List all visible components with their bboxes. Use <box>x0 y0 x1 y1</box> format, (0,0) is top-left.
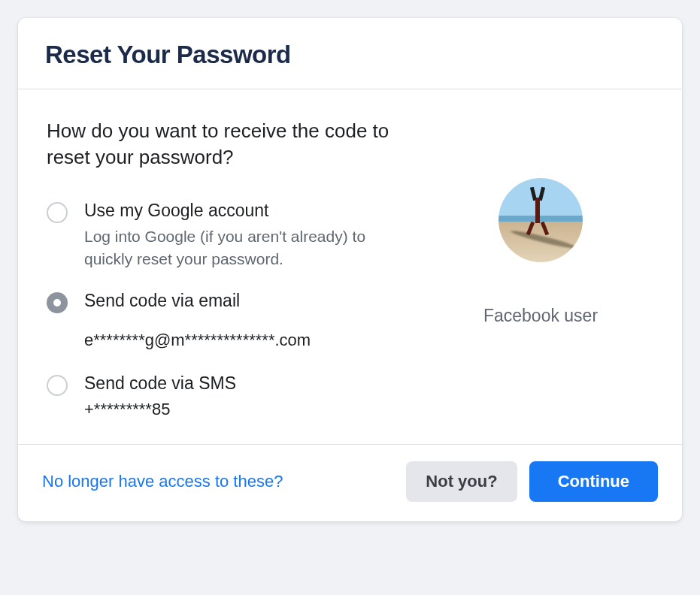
option-sms-title: Send code via SMS <box>84 373 236 394</box>
user-column: Facebook user <box>428 118 653 421</box>
radio-google[interactable] <box>47 202 68 223</box>
option-sms-number: +*********85 <box>84 398 236 421</box>
options-column: How do you want to receive the code to r… <box>47 118 428 421</box>
option-email[interactable]: Send code via email e********g@m********… <box>47 291 428 352</box>
page-title: Reset Your Password <box>45 41 655 69</box>
no-access-link[interactable]: No longer have access to these? <box>42 472 283 491</box>
option-email-text: Send code via email e********g@m********… <box>84 291 311 352</box>
option-google-subtitle: Log into Google (if you aren't already) … <box>84 225 408 270</box>
card-body: How do you want to receive the code to r… <box>18 89 682 445</box>
option-email-title: Send code via email <box>84 291 311 311</box>
user-label: Facebook user <box>483 306 598 326</box>
option-email-address: e********g@m**************.com <box>84 329 311 352</box>
option-sms-text: Send code via SMS +*********85 <box>84 373 236 421</box>
option-google-text: Use my Google account Log into Google (i… <box>84 201 408 270</box>
not-you-button[interactable]: Not you? <box>406 461 517 502</box>
continue-button[interactable]: Continue <box>529 461 658 502</box>
option-google[interactable]: Use my Google account Log into Google (i… <box>47 201 428 270</box>
card-header: Reset Your Password <box>18 18 682 89</box>
reset-password-card: Reset Your Password How do you want to r… <box>18 18 682 521</box>
radio-sms[interactable] <box>47 375 68 396</box>
option-sms[interactable]: Send code via SMS +*********85 <box>47 373 428 421</box>
prompt-text: How do you want to receive the code to r… <box>47 118 428 171</box>
card-footer: No longer have access to these? Not you?… <box>18 445 682 521</box>
options-list: Use my Google account Log into Google (i… <box>47 201 428 421</box>
radio-email[interactable] <box>47 292 68 313</box>
avatar <box>498 178 583 262</box>
option-google-title: Use my Google account <box>84 201 408 221</box>
